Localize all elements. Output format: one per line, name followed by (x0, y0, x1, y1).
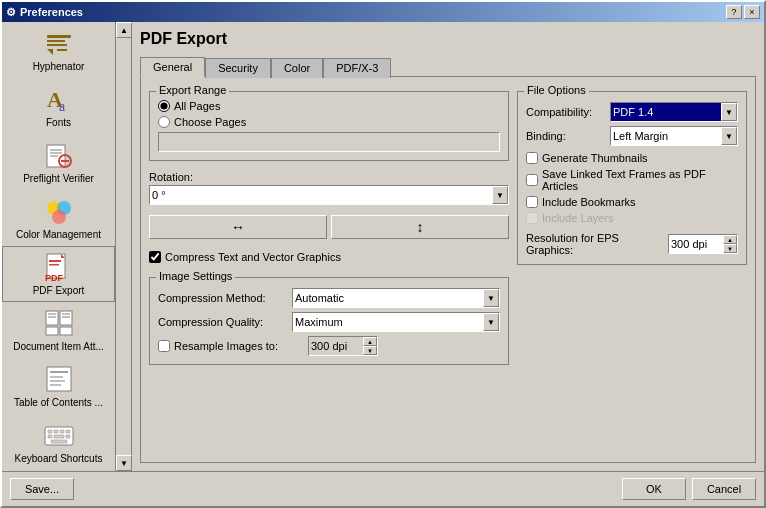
rotation-section: Rotation: ▼ (149, 171, 509, 205)
all-pages-radio[interactable] (158, 100, 170, 112)
binding-dropdown[interactable]: ▼ (721, 127, 737, 145)
include-layers-checkbox (526, 212, 538, 224)
window-title: Preferences (20, 6, 83, 18)
hyphenator-icon (43, 27, 75, 59)
resolution-eps-spin-buttons: ▲ ▼ (723, 235, 737, 253)
svg-rect-18 (49, 260, 61, 262)
compress-text-row: Compress Text and Vector Graphics (149, 251, 509, 263)
help-button[interactable]: ? (726, 5, 742, 19)
fonts-label: Fonts (46, 117, 71, 129)
svg-rect-23 (46, 327, 58, 335)
left-column: Export Range All Pages Choose Pages (149, 85, 509, 454)
save-button[interactable]: Save... (10, 478, 74, 500)
sidebar-item-hyphenator[interactable]: Hyphenator (2, 22, 115, 78)
svg-rect-35 (48, 430, 52, 433)
compression-quality-value: Maximum (293, 313, 483, 331)
tab-bar: General Security Color PDF/X-3 (140, 56, 756, 76)
title-bar: ⚙ Preferences ? × (2, 2, 764, 22)
sidebar-item-color-management[interactable]: Color Management (2, 190, 115, 246)
compatibility-select[interactable]: PDF 1.4 ▼ (610, 102, 738, 122)
binding-label: Binding: (526, 130, 606, 142)
svg-rect-19 (49, 264, 59, 266)
right-column: File Options Compatibility: PDF 1.4 ▼ Bi… (517, 85, 747, 454)
sidebar-item-toc[interactable]: Table of Contents ... (2, 358, 115, 414)
compatibility-value: PDF 1.4 (611, 103, 721, 121)
window-body: Hyphenator A a Fonts (2, 22, 764, 471)
tab-pdfx3[interactable]: PDF/X-3 (323, 58, 391, 78)
preflight-label: Preflight Verifier (23, 173, 94, 185)
preferences-window: ⚙ Preferences ? × (0, 0, 766, 508)
cancel-label: Cancel (707, 483, 741, 495)
document-item-icon (43, 307, 75, 339)
resolution-eps-spinbox[interactable]: ▲ ▼ (668, 234, 738, 254)
resolution-eps-spin-down[interactable]: ▼ (723, 244, 737, 253)
resample-checkbox[interactable] (158, 340, 170, 352)
svg-rect-21 (46, 311, 58, 325)
save-linked-checkbox[interactable] (526, 174, 538, 186)
tab-color[interactable]: Color (271, 58, 323, 78)
compression-quality-label: Compression Quality: (158, 316, 288, 328)
cancel-button[interactable]: Cancel (692, 478, 756, 500)
scroll-down-button[interactable]: ▼ (116, 455, 132, 471)
resample-row: Resample Images to: ▲ ▼ (158, 336, 500, 356)
generate-thumbnails-checkbox[interactable] (526, 152, 538, 164)
title-bar-text: ⚙ Preferences (6, 6, 83, 19)
resample-spin-down[interactable]: ▼ (363, 346, 377, 355)
scroll-thumb-area (116, 38, 131, 455)
sidebar-items: Hyphenator A a Fonts (2, 22, 115, 471)
include-layers-label: Include Layers (542, 212, 614, 224)
horizontal-arrow-btn[interactable]: ↔ (149, 215, 327, 239)
tab-general[interactable]: General (140, 57, 205, 77)
sidebar-item-document-item[interactable]: Document Item Att... (2, 302, 115, 358)
title-bar-icon: ⚙ (6, 6, 16, 19)
radio-group: All Pages Choose Pages (158, 96, 500, 128)
scroll-up-button[interactable]: ▲ (116, 22, 132, 38)
svg-rect-3 (57, 49, 67, 51)
compression-method-dropdown[interactable]: ▼ (483, 289, 499, 307)
document-item-label: Document Item Att... (13, 341, 104, 353)
svg-text:a: a (59, 99, 66, 114)
resample-spinbox[interactable]: ▲ ▼ (308, 336, 378, 356)
compress-text-checkbox[interactable] (149, 251, 161, 263)
compression-method-select[interactable]: Automatic ▼ (292, 288, 500, 308)
compression-quality-dropdown[interactable]: ▼ (483, 313, 499, 331)
sidebar-item-pdf-export[interactable]: PDF PDF Export (2, 246, 115, 302)
resolution-eps-spin-up[interactable]: ▲ (723, 235, 737, 244)
rotation-input[interactable] (150, 189, 492, 201)
sidebar-item-fonts[interactable]: A a Fonts (2, 78, 115, 134)
include-bookmarks-label: Include Bookmarks (542, 196, 636, 208)
resolution-eps-input[interactable] (669, 238, 723, 250)
save-linked-label: Save Linked Text Frames as PDF Articles (542, 168, 738, 192)
binding-select[interactable]: Left Margin ▼ (610, 126, 738, 146)
svg-rect-41 (66, 435, 70, 438)
vertical-arrow-btn[interactable]: ↕ (331, 215, 509, 239)
pages-input[interactable] (158, 132, 500, 152)
choose-pages-row: Choose Pages (158, 116, 500, 128)
arrow-buttons-row: ↔ ↕ (149, 215, 509, 239)
sidebar-item-preflight-verifier[interactable]: Preflight Verifier (2, 134, 115, 190)
rotation-combo[interactable]: ▼ (149, 185, 509, 205)
main-content: PDF Export General Security Color PDF/X-… (132, 22, 764, 471)
export-range-group: Export Range All Pages Choose Pages (149, 91, 509, 161)
file-options-title: File Options (524, 84, 589, 96)
compatibility-label: Compatibility: (526, 106, 606, 118)
resample-spin-up[interactable]: ▲ (363, 337, 377, 346)
svg-rect-2 (47, 44, 67, 46)
keyboard-shortcuts-label: Keyboard Shortcuts (15, 453, 103, 465)
sidebar-item-keyboard-shortcuts[interactable]: Keyboard Shortcuts (2, 414, 115, 470)
ok-button[interactable]: OK (622, 478, 686, 500)
rotation-dropdown-btn[interactable]: ▼ (492, 186, 508, 204)
choose-pages-radio[interactable] (158, 116, 170, 128)
svg-rect-39 (48, 435, 52, 438)
resample-input[interactable] (309, 340, 363, 352)
svg-rect-40 (54, 435, 64, 438)
all-pages-row: All Pages (158, 100, 500, 112)
file-options-group: File Options Compatibility: PDF 1.4 ▼ Bi… (517, 91, 747, 265)
compression-quality-select[interactable]: Maximum ▼ (292, 312, 500, 332)
ok-label: OK (646, 483, 662, 495)
tab-security[interactable]: Security (205, 58, 271, 78)
close-button[interactable]: × (744, 5, 760, 19)
include-bookmarks-checkbox[interactable] (526, 196, 538, 208)
compatibility-dropdown[interactable]: ▼ (721, 103, 737, 121)
page-title: PDF Export (140, 30, 756, 48)
